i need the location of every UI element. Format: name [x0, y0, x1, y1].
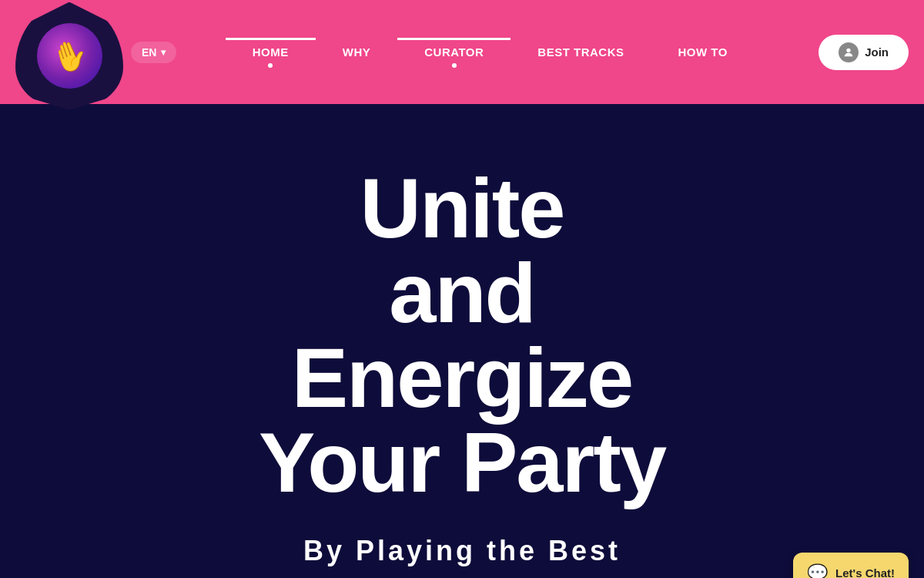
hero-line3: Energize — [292, 330, 632, 425]
main-content: Unite and Energize Your Party By Playing… — [0, 104, 924, 578]
chat-label: Let's Chat! — [835, 566, 895, 578]
hand-icon: ✋ — [46, 34, 92, 78]
subtitle-line1: By Playing the Best — [303, 535, 621, 566]
nav-item-how-to[interactable]: HOW TO — [651, 38, 755, 66]
subtitle-line2: Tracks for Your — [339, 573, 586, 578]
svg-point-0 — [846, 48, 850, 52]
chat-widget[interactable]: 💬 Let's Chat! — [793, 553, 909, 578]
hero-subtitle: By Playing the Best Tracks for Your — [303, 532, 621, 578]
hero-title: Unite and Energize Your Party — [259, 166, 665, 505]
nav-item-best-tracks[interactable]: BEST TRACKS — [511, 38, 651, 66]
nav-item-home[interactable]: HOME — [226, 38, 316, 66]
chevron-down-icon: ▾ — [161, 47, 166, 58]
main-nav: HOME WHY CURATOR BEST TRACKS HOW TO — [226, 38, 755, 66]
hero-line2: and — [389, 245, 535, 340]
hero-line4: Your Party — [259, 415, 665, 509]
header: ✋ EN ▾ HOME WHY CURATOR BEST TRACKS HOW … — [0, 0, 924, 104]
nav-item-curator[interactable]: CURATOR — [397, 38, 511, 66]
hero-line1: Unite — [360, 160, 564, 255]
logo-inner: ✋ — [37, 23, 102, 89]
language-selector[interactable]: EN ▾ — [131, 42, 176, 63]
user-icon — [839, 42, 859, 62]
chat-icon: 💬 — [807, 563, 828, 578]
logo[interactable]: ✋ — [15, 2, 123, 110]
join-button[interactable]: Join — [819, 35, 909, 70]
join-label: Join — [865, 45, 889, 59]
lang-label: EN — [142, 46, 156, 59]
nav-item-why[interactable]: WHY — [316, 38, 398, 66]
